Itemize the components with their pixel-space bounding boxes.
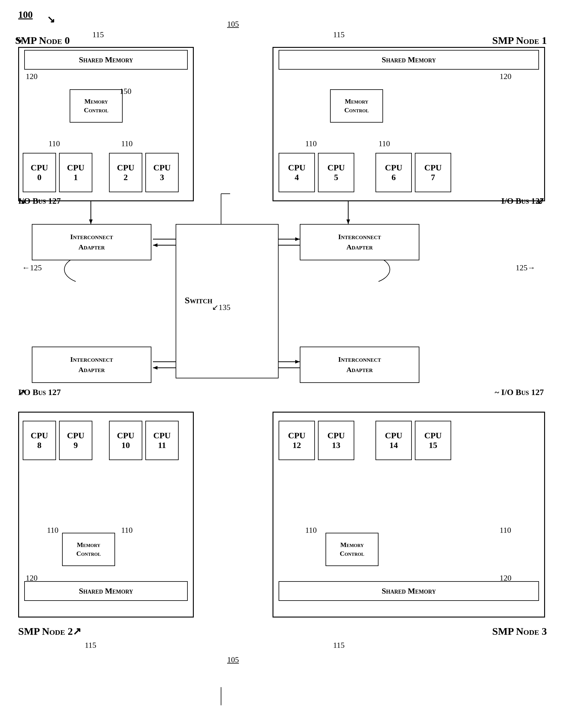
svg-marker-106 — [347, 219, 350, 224]
ref-135: ↙135 — [212, 303, 230, 312]
node1-memory-control: MemoryControl — [330, 89, 383, 123]
node0-ref-110-left: 110 — [48, 139, 60, 148]
node0-ref-110-right: 110 — [121, 139, 133, 148]
node0-cpu3: CPU 3 — [145, 153, 179, 192]
node2-ref-110-left: 110 — [47, 526, 58, 535]
ref-115-bottom-right: 115 — [333, 641, 345, 650]
ref-115-top-right: 115 — [333, 30, 345, 39]
ia-top-left: InterconnectAdapter — [32, 224, 151, 260]
svg-marker-122 — [153, 366, 157, 370]
node0-shared-memory: Shared Memory — [24, 50, 188, 70]
node2-cpu10: CPU 10 — [109, 421, 142, 460]
node2-memory-control: MemoryControl — [62, 533, 115, 566]
svg-marker-114 — [153, 243, 157, 247]
ia-top-right: InterconnectAdapter — [300, 224, 419, 260]
node1-cpu4: CPU 4 — [278, 153, 315, 192]
node3-shared-memory: Shared Memory — [278, 581, 539, 601]
ref-100-label: 100 — [18, 9, 33, 20]
node2-shared-memory: Shared Memory — [24, 581, 188, 601]
ref-100-arrow: ↘ — [47, 14, 55, 25]
smp-node2-label: SMP Node 2↗ — [18, 625, 81, 637]
io-bus-bottom-right: ~ I/O Bus 127 — [495, 387, 544, 397]
ia-bottom-left: InterconnectAdapter — [32, 347, 151, 383]
ref-125-top-left: ←125 — [22, 263, 42, 272]
ref-125-top-right: 125→ — [516, 263, 535, 272]
node2-cpu8: CPU 8 — [23, 421, 56, 460]
node3-cpu12: CPU 12 — [278, 421, 315, 460]
ref-105-top: 105 — [227, 20, 239, 29]
node3-cpu13: CPU 13 — [318, 421, 354, 460]
ref-105-bottom: 105 — [227, 655, 239, 664]
ref-115-bottom-left: 115 — [85, 641, 96, 650]
node1-cpu7: CPU 7 — [415, 153, 451, 192]
svg-marker-116 — [295, 237, 300, 241]
node3-cpu14: CPU 14 — [376, 421, 412, 460]
smp-node3-label: SMP Node 3 — [492, 626, 547, 637]
node1-cpu6: CPU 6 — [376, 153, 412, 192]
switch-label: Switch — [185, 295, 212, 305]
node3-ref-110-left: 110 — [305, 526, 317, 535]
node2-cpu9: CPU 9 — [59, 421, 92, 460]
ref-115-top-left: 115 — [92, 30, 104, 39]
node1-ref-110-left: 110 — [305, 139, 317, 148]
node1-shared-memory: Shared Memory — [278, 50, 539, 70]
node1-cpu5: CPU 5 — [318, 153, 354, 192]
svg-marker-124 — [295, 360, 300, 364]
node3-memory-control: MemoryControl — [326, 533, 379, 566]
smp-node1-label: SMP Node 1 — [492, 35, 547, 46]
node2-ref-110-right: 110 — [121, 526, 133, 535]
node0-cpu0: CPU 0 — [23, 153, 56, 192]
node0-cpu1: CPU 1 — [59, 153, 92, 192]
diagram: 100 ↘ SMP Node 0 ↘ Shared Memory 120 Mem… — [0, 0, 562, 728]
node1-ref-120: 120 — [500, 72, 511, 81]
node2-cpu11: CPU 11 — [145, 421, 179, 460]
node0-memory-control: MemoryControl — [70, 89, 123, 123]
svg-marker-104 — [89, 219, 93, 224]
node3-ref-110-right: 110 — [500, 526, 511, 535]
smp-node0-label: SMP Node 0 — [15, 35, 70, 46]
ia-bottom-right: InterconnectAdapter — [300, 347, 419, 383]
node0-cpu2: CPU 2 — [109, 153, 142, 192]
node1-ref-110-right: 110 — [379, 139, 390, 148]
node0-ref-150: 150 — [120, 87, 131, 96]
node0-ref-120: 120 — [26, 72, 38, 81]
node3-cpu15: CPU 15 — [415, 421, 451, 460]
